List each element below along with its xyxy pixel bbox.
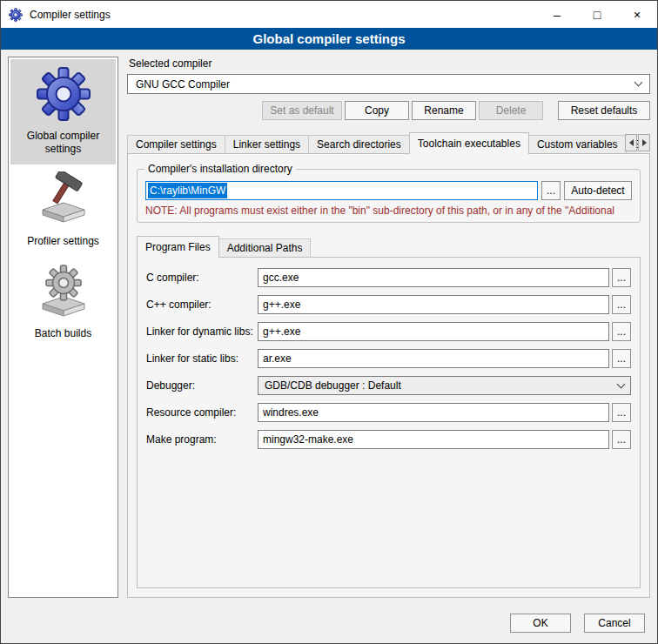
sidebar-item-label: Batch builds <box>35 327 91 340</box>
tab-scroll-left-button[interactable] <box>625 134 637 151</box>
sidebar-item-label: Global compiler settings <box>13 130 113 156</box>
sidebar: Global compiler settings Profiler settin… <box>8 57 118 598</box>
rename-button[interactable]: Rename <box>412 101 476 120</box>
field-row-static-linker: Linker for static libs: ... <box>146 349 631 368</box>
sidebar-item-label: Profiler settings <box>27 235 99 248</box>
compiler-settings-window: Compiler settings – □ × Global compiler … <box>0 0 658 644</box>
debugger-select-value: GDB/CDB debugger : Default <box>265 379 401 392</box>
page-title: Global compiler settings <box>1 28 657 50</box>
dynamic-linker-label: Linker for dynamic libs: <box>146 325 258 338</box>
compiler-buttons-row: Set as default Copy Rename Delete Reset … <box>127 101 650 120</box>
ok-button[interactable]: OK <box>510 614 571 633</box>
auto-detect-button[interactable]: Auto-detect <box>564 181 632 200</box>
install-dir-selected-text: C:\raylib\MinGW <box>148 183 227 198</box>
tab-custom-variables[interactable]: Custom variables <box>528 135 627 153</box>
static-linker-browse-button[interactable]: ... <box>612 349 631 368</box>
make-program-label: Make program: <box>146 433 258 446</box>
make-program-browse-button[interactable]: ... <box>612 430 631 449</box>
set-as-default-button[interactable]: Set as default <box>262 101 342 120</box>
note-text: NOTE: All programs must exist either in … <box>145 205 632 217</box>
tab-search-directories[interactable]: Search directories <box>308 135 410 153</box>
installation-directory-groupbox: Compiler's installation directory C:\ray… <box>137 169 641 223</box>
window-controls: – □ × <box>537 1 657 28</box>
field-row-debugger: Debugger: GDB/CDB debugger : Default <box>146 376 631 395</box>
program-files-tabstrip: Program Files Additional Paths <box>137 236 641 257</box>
cancel-button[interactable]: Cancel <box>584 614 645 633</box>
spacer <box>127 101 259 120</box>
field-row-dynamic-linker: Linker for dynamic libs: ... <box>146 322 631 341</box>
install-dir-input[interactable]: C:\raylib\MinGW <box>145 181 538 200</box>
sidebar-item-batch-builds[interactable]: Batch builds <box>10 257 116 349</box>
dialog-body: Global compiler settings Profiler settin… <box>1 50 657 603</box>
program-files-panel: C compiler: ... C++ compiler: ... Linker… <box>137 257 641 588</box>
sidebar-item-profiler-settings[interactable]: Profiler settings <box>10 164 116 257</box>
app-gear-icon <box>9 8 23 22</box>
reset-defaults-button[interactable]: Reset defaults <box>558 101 650 120</box>
c-compiler-browse-button[interactable]: ... <box>612 268 631 287</box>
static-linker-input[interactable] <box>258 349 609 368</box>
c-compiler-input[interactable] <box>258 268 609 287</box>
debugger-select[interactable]: GDB/CDB debugger : Default <box>258 376 631 395</box>
installation-directory-title: Compiler's installation directory <box>144 163 296 175</box>
field-row-make-program: Make program: ... <box>146 430 631 449</box>
settings-tabstrip: Compiler settings Linker settings Search… <box>127 131 650 153</box>
tab-toolchain-executables[interactable]: Toolchain executables <box>409 132 529 154</box>
window-title: Compiler settings <box>30 9 111 21</box>
sidebar-item-global-compiler-settings[interactable]: Global compiler settings <box>10 59 116 164</box>
tab-scrollers <box>625 134 650 151</box>
delete-button[interactable]: Delete <box>479 101 543 120</box>
make-program-input[interactable] <box>258 430 609 449</box>
main-panel: Selected compiler GNU GCC Compiler Set a… <box>127 57 650 598</box>
maximize-button[interactable]: □ <box>577 1 617 28</box>
selected-compiler-combo[interactable]: GNU GCC Compiler <box>127 74 650 94</box>
installation-directory-row: C:\raylib\MinGW ... Auto-detect <box>145 181 632 200</box>
dynamic-linker-browse-button[interactable]: ... <box>612 322 631 341</box>
chevron-down-icon <box>634 78 643 87</box>
field-row-resource-compiler: Resource compiler: ... <box>146 403 631 422</box>
right-arrow-icon <box>642 139 647 146</box>
minimize-button[interactable]: – <box>537 1 577 28</box>
dialog-footer: OK Cancel <box>1 603 657 643</box>
selected-compiler-label: Selected compiler <box>129 57 650 70</box>
tab-program-files[interactable]: Program Files <box>137 236 219 258</box>
debugger-label: Debugger: <box>146 379 258 392</box>
blue-gear-icon <box>36 66 91 122</box>
tab-scroll-right-button[interactable] <box>638 134 650 151</box>
chevron-down-icon <box>617 379 626 388</box>
left-arrow-icon <box>629 139 634 146</box>
close-button[interactable]: × <box>617 1 657 28</box>
selected-compiler-value: GNU GCC Compiler <box>136 78 230 91</box>
cpp-compiler-input[interactable] <box>258 295 609 314</box>
resource-compiler-label: Resource compiler: <box>146 406 258 419</box>
field-row-cpp-compiler: C++ compiler: ... <box>146 295 631 314</box>
tab-additional-paths[interactable]: Additional Paths <box>218 238 312 257</box>
toolchain-executables-panel: Compiler's installation directory C:\ray… <box>127 153 650 598</box>
dynamic-linker-input[interactable] <box>258 322 609 341</box>
titlebar: Compiler settings – □ × <box>1 1 657 28</box>
static-linker-label: Linker for static libs: <box>146 352 258 365</box>
field-row-c-compiler: C compiler: ... <box>146 268 631 287</box>
tab-compiler-settings[interactable]: Compiler settings <box>127 135 225 153</box>
gray-gear-stack-icon <box>36 264 91 319</box>
resource-compiler-input[interactable] <box>258 403 609 422</box>
profiler-tool-icon <box>36 171 91 227</box>
install-dir-browse-button[interactable]: ... <box>541 181 561 200</box>
cpp-compiler-browse-button[interactable]: ... <box>612 295 631 314</box>
copy-button[interactable]: Copy <box>345 101 409 120</box>
tab-linker-settings[interactable]: Linker settings <box>225 135 309 153</box>
resource-compiler-browse-button[interactable]: ... <box>612 403 631 422</box>
cpp-compiler-label: C++ compiler: <box>146 299 258 311</box>
c-compiler-label: C compiler: <box>146 272 258 284</box>
